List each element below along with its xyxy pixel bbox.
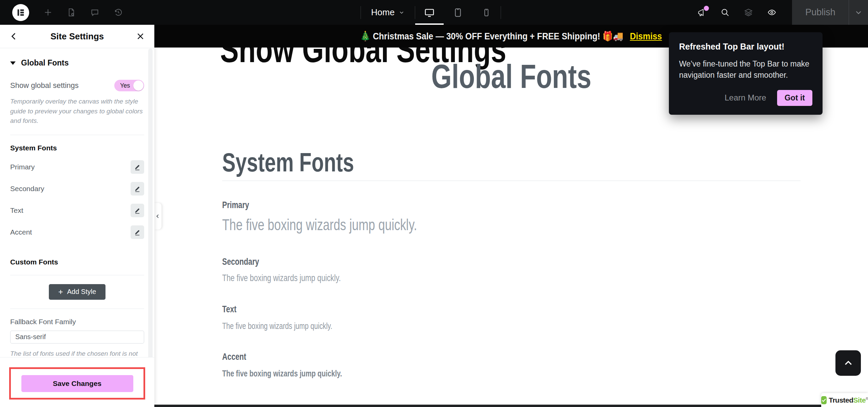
- sample-label-accent: Accent: [222, 351, 254, 362]
- trustedsite-label: TrustedSite®: [829, 396, 868, 404]
- preview-button[interactable]: [767, 8, 776, 17]
- edit-secondary-font-button[interactable]: [131, 182, 144, 196]
- add-element-icon[interactable]: [43, 8, 53, 17]
- show-global-settings-row: Show global settings Yes: [10, 80, 144, 91]
- page-settings-icon[interactable]: [67, 8, 76, 17]
- font-row-secondary: Secondary: [10, 182, 144, 196]
- chevron-down-icon: [399, 10, 405, 16]
- got-it-button[interactable]: Got it: [777, 90, 812, 106]
- eye-icon: [767, 8, 776, 17]
- font-row-text: Text: [10, 204, 144, 217]
- font-label: Text: [10, 206, 23, 215]
- whats-new-button[interactable]: [697, 8, 706, 17]
- pencil-icon: [134, 164, 141, 170]
- chevron-left-icon: [155, 214, 160, 219]
- tablet-icon: [453, 7, 463, 18]
- device-mobile-button[interactable]: [472, 0, 501, 25]
- chevron-up-icon: [843, 358, 853, 368]
- close-panel-button[interactable]: [136, 32, 145, 41]
- canvas-bottom-edge: [154, 405, 868, 407]
- divider: [10, 275, 144, 275]
- panel-footer: Save Changes: [0, 357, 154, 407]
- panel-collapse-handle[interactable]: [154, 203, 161, 229]
- panel-scrollbar[interactable]: [148, 49, 153, 406]
- device-tablet-button[interactable]: [444, 0, 472, 25]
- chevron-down-icon: [854, 8, 863, 17]
- notification-dot: [704, 6, 709, 11]
- trustedsite-badge[interactable]: TrustedSite®: [821, 393, 868, 407]
- divider: [10, 135, 144, 135]
- announcement-text: 🎄 Christmas Sale — 30% OFF Everything + …: [360, 31, 623, 41]
- sample-label-secondary: Secondary: [222, 256, 271, 267]
- publish-label: Publish: [805, 7, 835, 18]
- panel-title: Site Settings: [18, 31, 136, 42]
- back-button[interactable]: [9, 32, 18, 41]
- edit-primary-font-button[interactable]: [131, 160, 144, 174]
- pencil-icon: [134, 185, 141, 192]
- device-desktop-button[interactable]: [415, 0, 444, 25]
- site-settings-panel: Site Settings Global Fonts Show global s…: [0, 25, 154, 407]
- separator: [501, 6, 501, 19]
- divider: [222, 181, 801, 181]
- sample-label-primary: Primary: [222, 200, 257, 210]
- font-label: Primary: [10, 163, 35, 171]
- edit-text-font-button[interactable]: [131, 204, 144, 217]
- sample-text-primary: The five boxing wizards jump quickly.: [222, 216, 479, 234]
- sample-text-accent: The five boxing wizards jump quickly.: [222, 368, 380, 379]
- toggle-label: Show global settings: [10, 81, 79, 90]
- scroll-to-top-button[interactable]: [835, 350, 861, 376]
- font-label: Secondary: [10, 185, 44, 193]
- pencil-icon: [134, 207, 141, 214]
- trustedsite-check-icon: [821, 396, 827, 404]
- edit-accent-font-button[interactable]: [131, 225, 144, 239]
- elementor-editor: Home: [0, 0, 868, 407]
- publish-options-button[interactable]: [849, 0, 868, 25]
- top-bar-left-group: [12, 0, 123, 25]
- publish-button[interactable]: Publish: [792, 0, 849, 25]
- sample-text-secondary: The five boxing wizards jump quickly.: [222, 273, 378, 283]
- sample-text-text: The five boxing wizards jump quickly.: [222, 321, 367, 331]
- popup-title: Refreshed Top Bar layout!: [679, 42, 812, 52]
- history-icon[interactable]: [114, 8, 123, 17]
- elementor-logo-icon: [16, 8, 25, 17]
- sample-label-text: Text: [222, 304, 241, 315]
- document-switcher[interactable]: Home: [361, 0, 415, 25]
- annotation-highlight-box: Save Changes: [9, 367, 145, 400]
- top-bar: Home: [0, 0, 868, 25]
- desktop-icon: [424, 7, 435, 18]
- panel-header: Site Settings: [0, 25, 154, 48]
- toggle-knob: [133, 80, 143, 91]
- show-global-settings-toggle[interactable]: Yes: [114, 80, 144, 91]
- save-changes-button[interactable]: Save Changes: [21, 375, 133, 392]
- search-icon: [720, 8, 730, 17]
- divider: [10, 309, 144, 309]
- finder-search-button[interactable]: [720, 8, 730, 17]
- layers-icon: [744, 8, 753, 17]
- add-style-label: Add Style: [67, 288, 96, 296]
- fallback-font-input[interactable]: [10, 331, 144, 344]
- plus-icon: +: [58, 288, 63, 296]
- close-icon: [136, 32, 145, 41]
- mobile-icon: [482, 8, 491, 17]
- learn-more-link[interactable]: Learn More: [725, 93, 766, 103]
- fallback-font-label: Fallback Font Family: [10, 318, 144, 326]
- popup-body: We’ve fine-tuned the Top Bar to make nav…: [679, 58, 811, 81]
- toggle-description: Temporarily overlay the canvas with the …: [10, 97, 144, 126]
- document-name: Home: [371, 7, 394, 18]
- accordion-label: Global Fonts: [21, 58, 69, 68]
- comments-icon[interactable]: [90, 8, 99, 17]
- structure-button[interactable]: [744, 8, 753, 17]
- font-row-primary: Primary: [10, 160, 144, 174]
- add-style-button[interactable]: + Add Style: [49, 284, 106, 300]
- font-row-accent: Accent: [10, 225, 144, 239]
- elementor-logo[interactable]: [12, 4, 29, 21]
- announcement-dismiss-link[interactable]: Dismiss: [630, 31, 662, 41]
- top-bar-center-group: Home: [361, 0, 501, 25]
- styleguide-section-heading: System Fonts: [222, 147, 396, 179]
- font-label: Accent: [10, 228, 32, 236]
- system-fonts-heading: System Fonts: [10, 144, 144, 152]
- popup-actions: Learn More Got it: [679, 90, 812, 106]
- global-fonts-accordion[interactable]: Global Fonts: [10, 58, 144, 68]
- custom-fonts-heading: Custom Fonts: [10, 258, 144, 266]
- top-bar-announcement-popup: Refreshed Top Bar layout! We’ve fine-tun…: [669, 32, 823, 115]
